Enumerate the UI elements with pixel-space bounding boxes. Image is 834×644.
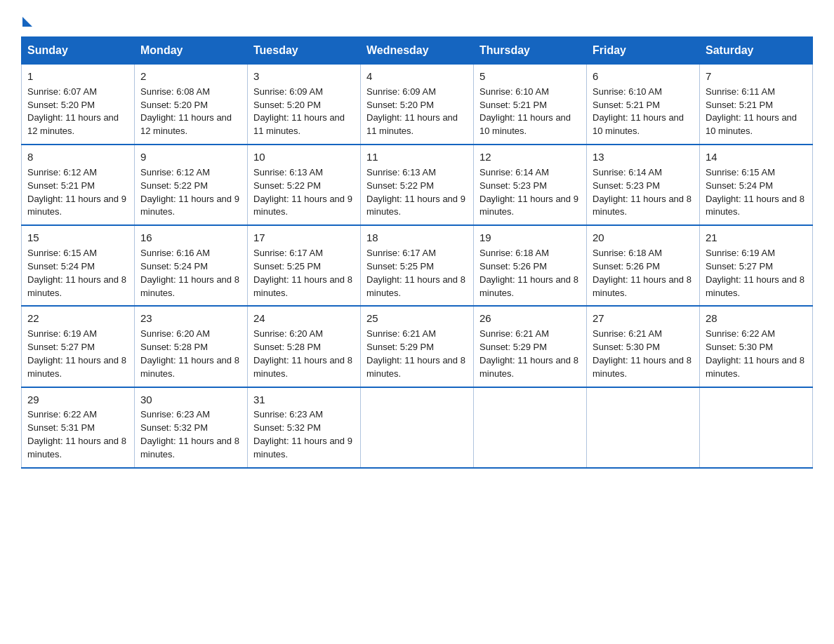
sunrise-text: Sunrise: 6:21 AM <box>366 328 436 339</box>
daylight-text: Daylight: 11 hours and 8 minutes. <box>253 355 352 379</box>
daylight-text: Daylight: 11 hours and 8 minutes. <box>253 274 352 298</box>
daylight-text: Daylight: 11 hours and 10 minutes. <box>593 112 684 136</box>
sunrise-text: Sunrise: 6:08 AM <box>140 86 210 97</box>
calendar-cell <box>587 387 700 468</box>
header-saturday: Saturday <box>700 37 813 65</box>
sunrise-text: Sunrise: 6:14 AM <box>593 167 662 177</box>
daylight-text: Daylight: 11 hours and 8 minutes. <box>27 355 126 379</box>
sunrise-text: Sunrise: 6:15 AM <box>27 248 97 258</box>
sunset-text: Sunset: 5:30 PM <box>593 342 660 352</box>
daylight-text: Daylight: 11 hours and 8 minutes. <box>366 355 465 379</box>
day-number: 8 <box>27 149 128 165</box>
sunrise-text: Sunrise: 6:11 AM <box>706 86 775 97</box>
calendar-week-row: 1Sunrise: 6:07 AMSunset: 5:20 PMDaylight… <box>22 65 813 145</box>
calendar-week-row: 8Sunrise: 6:12 AMSunset: 5:21 PMDaylight… <box>22 145 813 225</box>
sunrise-text: Sunrise: 6:23 AM <box>253 409 323 420</box>
sunrise-text: Sunrise: 6:19 AM <box>706 248 775 258</box>
sunset-text: Sunset: 5:27 PM <box>706 261 773 271</box>
daylight-text: Daylight: 11 hours and 8 minutes. <box>593 274 691 298</box>
sunset-text: Sunset: 5:23 PM <box>593 180 660 191</box>
day-number: 17 <box>253 230 355 246</box>
calendar-cell: 5Sunrise: 6:10 AMSunset: 5:21 PMDaylight… <box>474 65 587 145</box>
sunrise-text: Sunrise: 6:17 AM <box>253 248 323 258</box>
daylight-text: Daylight: 11 hours and 12 minutes. <box>27 112 119 136</box>
calendar-cell: 27Sunrise: 6:21 AMSunset: 5:30 PMDayligh… <box>587 306 700 387</box>
sunrise-text: Sunrise: 6:22 AM <box>706 328 775 339</box>
daylight-text: Daylight: 11 hours and 11 minutes. <box>253 112 345 136</box>
calendar-cell: 29Sunrise: 6:22 AMSunset: 5:31 PMDayligh… <box>22 387 135 468</box>
sunrise-text: Sunrise: 6:19 AM <box>27 328 97 339</box>
calendar-cell: 10Sunrise: 6:13 AMSunset: 5:22 PMDayligh… <box>248 145 361 225</box>
calendar-cell: 26Sunrise: 6:21 AMSunset: 5:29 PMDayligh… <box>474 306 587 387</box>
calendar-cell: 21Sunrise: 6:19 AMSunset: 5:27 PMDayligh… <box>700 225 813 306</box>
day-number: 30 <box>140 392 241 408</box>
calendar-cell: 23Sunrise: 6:20 AMSunset: 5:28 PMDayligh… <box>135 306 248 387</box>
calendar-cell <box>361 387 474 468</box>
daylight-text: Daylight: 11 hours and 9 minutes. <box>253 194 352 217</box>
header-monday: Monday <box>135 37 248 65</box>
sunrise-text: Sunrise: 6:18 AM <box>593 248 662 258</box>
daylight-text: Daylight: 11 hours and 9 minutes. <box>27 194 126 217</box>
sunset-text: Sunset: 5:27 PM <box>27 342 95 352</box>
daylight-text: Daylight: 11 hours and 8 minutes. <box>140 355 239 379</box>
calendar-cell: 1Sunrise: 6:07 AMSunset: 5:20 PMDaylight… <box>22 65 135 145</box>
header-wednesday: Wednesday <box>361 37 474 65</box>
calendar-week-row: 29Sunrise: 6:22 AMSunset: 5:31 PMDayligh… <box>22 387 813 468</box>
daylight-text: Daylight: 11 hours and 8 minutes. <box>479 355 578 379</box>
calendar-cell: 31Sunrise: 6:23 AMSunset: 5:32 PMDayligh… <box>248 387 361 468</box>
sunset-text: Sunset: 5:20 PM <box>366 100 434 110</box>
sunset-text: Sunset: 5:26 PM <box>479 261 547 271</box>
calendar-table: SundayMondayTuesdayWednesdayThursdayFrid… <box>21 36 813 469</box>
daylight-text: Daylight: 11 hours and 10 minutes. <box>479 112 571 136</box>
daylight-text: Daylight: 11 hours and 8 minutes. <box>479 274 578 298</box>
calendar-week-row: 22Sunrise: 6:19 AMSunset: 5:27 PMDayligh… <box>22 306 813 387</box>
sunset-text: Sunset: 5:28 PM <box>253 342 321 352</box>
daylight-text: Daylight: 11 hours and 8 minutes. <box>27 436 126 459</box>
daylight-text: Daylight: 11 hours and 8 minutes. <box>366 274 465 298</box>
daylight-text: Daylight: 11 hours and 8 minutes. <box>706 194 805 217</box>
calendar-cell: 18Sunrise: 6:17 AMSunset: 5:25 PMDayligh… <box>361 225 474 306</box>
sunset-text: Sunset: 5:25 PM <box>366 261 434 271</box>
header <box>21 14 813 24</box>
sunrise-text: Sunrise: 6:13 AM <box>253 167 323 177</box>
day-number: 12 <box>479 149 581 165</box>
calendar-cell: 6Sunrise: 6:10 AMSunset: 5:21 PMDaylight… <box>587 65 700 145</box>
day-number: 19 <box>479 230 581 246</box>
sunrise-text: Sunrise: 6:12 AM <box>140 167 210 177</box>
sunset-text: Sunset: 5:20 PM <box>140 100 208 110</box>
sunrise-text: Sunrise: 6:14 AM <box>479 167 549 177</box>
day-number: 4 <box>366 69 468 84</box>
daylight-text: Daylight: 11 hours and 8 minutes. <box>593 355 691 379</box>
calendar-cell: 12Sunrise: 6:14 AMSunset: 5:23 PMDayligh… <box>474 145 587 225</box>
header-tuesday: Tuesday <box>248 37 361 65</box>
sunset-text: Sunset: 5:21 PM <box>479 100 547 110</box>
sunset-text: Sunset: 5:22 PM <box>253 180 321 191</box>
header-sunday: Sunday <box>22 37 135 65</box>
sunset-text: Sunset: 5:24 PM <box>140 261 208 271</box>
daylight-text: Daylight: 11 hours and 9 minutes. <box>479 194 578 217</box>
calendar-cell: 13Sunrise: 6:14 AMSunset: 5:23 PMDayligh… <box>587 145 700 225</box>
day-number: 18 <box>366 230 468 246</box>
calendar-cell: 28Sunrise: 6:22 AMSunset: 5:30 PMDayligh… <box>700 306 813 387</box>
day-number: 5 <box>479 69 581 84</box>
daylight-text: Daylight: 11 hours and 8 minutes. <box>706 274 805 298</box>
sunset-text: Sunset: 5:29 PM <box>366 342 434 352</box>
day-number: 29 <box>27 392 128 408</box>
calendar-cell: 11Sunrise: 6:13 AMSunset: 5:22 PMDayligh… <box>361 145 474 225</box>
daylight-text: Daylight: 11 hours and 8 minutes. <box>593 194 691 217</box>
logo-triangle-icon <box>22 17 32 27</box>
sunset-text: Sunset: 5:21 PM <box>706 100 773 110</box>
sunset-text: Sunset: 5:32 PM <box>140 422 208 433</box>
day-number: 23 <box>140 311 241 326</box>
sunrise-text: Sunrise: 6:21 AM <box>479 328 549 339</box>
sunset-text: Sunset: 5:20 PM <box>27 100 95 110</box>
sunset-text: Sunset: 5:26 PM <box>593 261 660 271</box>
sunrise-text: Sunrise: 6:09 AM <box>366 86 436 97</box>
day-number: 20 <box>593 230 694 246</box>
day-number: 7 <box>706 69 807 84</box>
sunrise-text: Sunrise: 6:17 AM <box>366 248 436 258</box>
calendar-cell <box>700 387 813 468</box>
sunset-text: Sunset: 5:23 PM <box>479 180 547 191</box>
header-friday: Friday <box>587 37 700 65</box>
calendar-cell: 22Sunrise: 6:19 AMSunset: 5:27 PMDayligh… <box>22 306 135 387</box>
